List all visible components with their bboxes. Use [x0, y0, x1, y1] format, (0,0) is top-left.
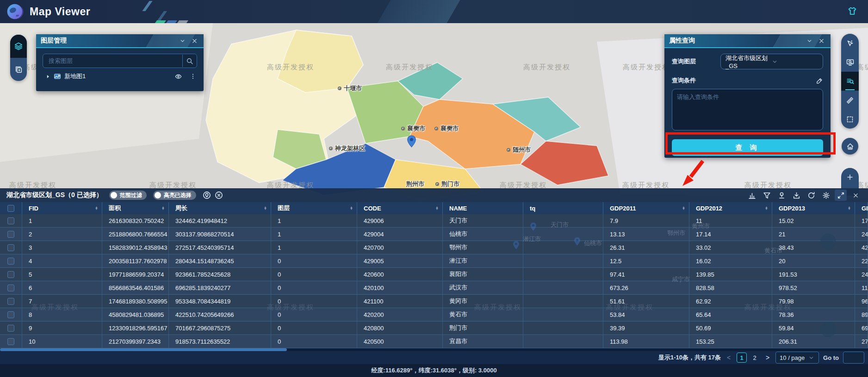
map-watermark: 高级开发授权: [623, 63, 670, 72]
collapse-icon[interactable]: [178, 36, 187, 45]
layer-search-input[interactable]: [43, 54, 197, 68]
map-query-tool[interactable]: [841, 53, 859, 72]
stamp-pin-icon[interactable]: [775, 190, 787, 201]
table-row[interactable]: 717468189380.508995953348.70843448190421…: [0, 295, 868, 308]
scrollbar-thumb[interactable]: [0, 348, 287, 351]
cell-FID: 1: [22, 214, 102, 227]
table-row[interactable]: 68566863546.401586696285.183924027704201…: [0, 281, 868, 295]
select-cursor-tool[interactable]: [841, 34, 859, 53]
column-header-GDP2013[interactable]: GDP2013▲▼: [772, 202, 855, 214]
sort-icon[interactable]: ▲▼: [682, 206, 685, 210]
toggle-label: 范围过滤: [120, 192, 142, 199]
cell-GDP2012: 11: [689, 214, 772, 227]
draw-rect-icon: [846, 116, 854, 123]
column-header-面积[interactable]: 面积▲▼: [102, 202, 169, 214]
table-row[interactable]: 912330918296.595167701667.29608752750420…: [0, 321, 868, 335]
table-row[interactable]: 84580829481.036895422510.742056492660420…: [0, 308, 868, 321]
filter-icon[interactable]: [761, 190, 773, 201]
cell-GD: 96: [855, 295, 868, 308]
row-checkbox[interactable]: [7, 258, 14, 265]
row-checkbox[interactable]: [7, 271, 14, 278]
right-map-toolbar: [841, 34, 859, 129]
sort-icon[interactable]: ▲▼: [350, 206, 353, 210]
column-header-FID[interactable]: FID▲▼: [22, 202, 102, 214]
column-header-周长[interactable]: 周长▲▼: [169, 202, 271, 214]
prev-page-button[interactable]: <: [725, 354, 732, 361]
search-icon[interactable]: [182, 55, 196, 67]
column-header-tq[interactable]: tq: [523, 202, 603, 214]
edit-icon[interactable]: [816, 77, 823, 84]
sort-icon[interactable]: ▲▼: [765, 206, 768, 210]
cell-GD: 17: [855, 214, 868, 227]
sort-icon[interactable]: ▲▼: [95, 206, 98, 210]
row-checkbox[interactable]: [7, 244, 14, 251]
kebab-icon[interactable]: [190, 73, 196, 80]
query-condition-input[interactable]: [672, 89, 823, 130]
table-row[interactable]: 12616308320.750242324462.419948412142900…: [0, 214, 868, 228]
home-icon[interactable]: [842, 138, 858, 155]
sort-icon[interactable]: ▲▼: [848, 206, 851, 210]
cell-CODE: 420500: [357, 335, 443, 348]
query-button[interactable]: 查 询: [672, 139, 823, 156]
column-header-CODE[interactable]: CODE▲▼: [357, 202, 443, 214]
row-checkbox[interactable]: [7, 325, 14, 332]
layer-tree-item[interactable]: 新地图1: [45, 72, 196, 80]
theme-icon[interactable]: [847, 6, 858, 17]
page-size-value: 10 / page: [780, 354, 805, 361]
select-all-checkbox[interactable]: [7, 205, 14, 212]
goto-page-input[interactable]: [843, 352, 864, 364]
eye-icon[interactable]: [175, 73, 182, 80]
toggle-范围过滤[interactable]: 范围过滤: [109, 191, 147, 200]
column-header-NAME[interactable]: NAME: [443, 202, 523, 214]
column-header-GDP2011[interactable]: GDP2011▲▼: [603, 202, 689, 214]
table-row[interactable]: 519771886599.20374923661.785242562804206…: [0, 268, 868, 281]
cell-GD: 24: [855, 228, 868, 241]
cell-周长: 701667.2960875275: [169, 321, 271, 334]
column-header-图层[interactable]: 图层▲▼: [271, 202, 357, 214]
close-icon[interactable]: [817, 36, 826, 45]
draw-rect-tool[interactable]: [841, 110, 859, 129]
column-header-GD[interactable]: GD: [855, 202, 868, 214]
row-checkbox[interactable]: [7, 231, 14, 238]
row-checkbox[interactable]: [7, 298, 14, 305]
next-page-button[interactable]: >: [764, 354, 771, 361]
page-button-1[interactable]: 1: [737, 352, 747, 363]
sort-icon[interactable]: ▲▼: [161, 206, 165, 210]
table-row[interactable]: 42003581137.7602978280434.15148736245042…: [0, 254, 868, 268]
layers-tool[interactable]: [10, 35, 27, 58]
table-row[interactable]: 1021270399397.2343918573.711263552204205…: [0, 335, 868, 348]
close-icon[interactable]: [190, 36, 199, 45]
download-icon[interactable]: [790, 190, 802, 201]
cell-图层: 0: [271, 321, 357, 334]
table-row[interactable]: 31582839012.4358943272517.45240395714142…: [0, 241, 868, 254]
toggle-knob: [155, 192, 161, 198]
page-button-2[interactable]: 2: [750, 352, 760, 363]
cell-tq: [523, 295, 603, 308]
caret-right-icon[interactable]: [45, 74, 50, 79]
attribute-query-tool[interactable]: [841, 72, 859, 91]
row-checkbox[interactable]: [7, 217, 14, 224]
horizontal-scrollbar[interactable]: [0, 348, 868, 351]
table-row[interactable]: 22518806800.7666554303137.90868270514142…: [0, 228, 868, 241]
collapse-icon[interactable]: [805, 36, 814, 45]
sort-icon[interactable]: ▲▼: [435, 206, 439, 210]
column-header-GDP2012[interactable]: GDP2012▲▼: [689, 202, 772, 214]
refresh-icon[interactable]: [805, 190, 817, 201]
cell-GDP2011: 113.98: [603, 335, 689, 348]
toggle-高亮已选择[interactable]: 高亮已选择: [153, 191, 196, 200]
basemap-tool[interactable]: [10, 58, 27, 81]
fullscreen-icon[interactable]: [835, 190, 847, 201]
row-checkbox[interactable]: [7, 284, 14, 291]
measure-tool[interactable]: [841, 91, 859, 110]
close-icon[interactable]: [849, 190, 862, 201]
settings-icon[interactable]: [820, 190, 832, 201]
query-layer-select[interactable]: 湖北省市级区划_GS: [720, 54, 823, 69]
page-size-select[interactable]: 10 / page: [775, 352, 819, 364]
sort-icon[interactable]: ▲▼: [264, 206, 267, 210]
decor-chip: [166, 20, 177, 23]
locate-circle-icon[interactable]: [203, 191, 211, 199]
row-checkbox[interactable]: [7, 311, 14, 318]
row-checkbox[interactable]: [7, 338, 14, 345]
chart-icon[interactable]: [746, 190, 758, 201]
x-circle-icon[interactable]: [215, 191, 223, 199]
